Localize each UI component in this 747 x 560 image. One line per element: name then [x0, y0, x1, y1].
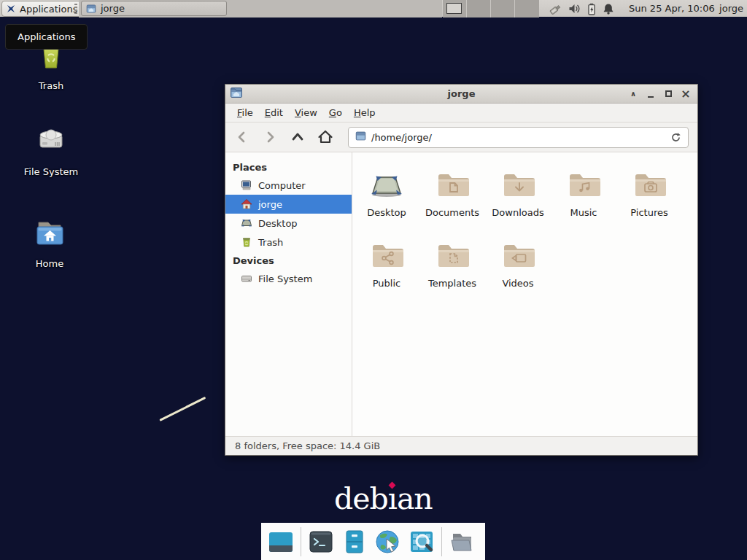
volume-icon[interactable] — [568, 3, 581, 15]
maximize-button[interactable] — [661, 87, 676, 101]
sidebar-item-desktop[interactable]: Desktop — [225, 214, 352, 233]
menu-file[interactable]: File — [231, 104, 259, 121]
web-browser-icon[interactable] — [374, 528, 402, 556]
back-button[interactable] — [234, 129, 250, 145]
app-finder-icon[interactable] — [408, 528, 436, 556]
up-button[interactable] — [290, 129, 306, 145]
file-videos[interactable]: Videos — [485, 232, 551, 303]
wordmark-i: ı — [388, 481, 397, 516]
desktop-icon-file-system[interactable]: File System — [18, 124, 85, 177]
file-documents[interactable]: Documents — [419, 161, 485, 232]
dock — [261, 523, 485, 560]
file-downloads[interactable]: Downloads — [485, 161, 551, 232]
file-templates[interactable]: Templates — [419, 232, 485, 303]
workspace-switcher — [443, 0, 539, 18]
sidebar-item-label: jorge — [258, 199, 282, 210]
pointer-trail-line — [159, 397, 206, 421]
file-manager-window: jorge ∧ × File Edit View Go Help — [225, 84, 698, 456]
notifications-icon[interactable] — [603, 3, 614, 15]
file-pictures[interactable]: Pictures — [616, 161, 682, 232]
file-label: Desktop — [367, 207, 406, 218]
panel-clock[interactable]: Sun 25 Apr, 10:06 — [629, 0, 715, 18]
hard-drive-icon — [241, 273, 252, 284]
reload-button[interactable] — [670, 132, 681, 143]
task-button-jorge[interactable]: jorge — [81, 1, 227, 16]
file-public[interactable]: Public — [354, 232, 419, 303]
documents-folder-icon — [435, 168, 470, 201]
file-label: Videos — [502, 278, 533, 289]
sidebar-item-label: File System — [258, 273, 312, 284]
workspace-2[interactable] — [467, 0, 491, 18]
folder-icon — [86, 4, 96, 14]
desktop-icon-label: Home — [36, 258, 63, 269]
shade-button[interactable]: ∧ — [626, 87, 640, 101]
music-folder-icon — [566, 168, 601, 201]
desktop-icon-home[interactable]: Home — [16, 216, 83, 269]
sidebar-item-label: Trash — [258, 237, 283, 248]
dock-separator — [301, 527, 301, 556]
show-desktop-icon[interactable] — [267, 528, 295, 556]
menu-edit[interactable]: Edit — [259, 104, 289, 121]
panel-username[interactable]: jorge — [719, 0, 743, 18]
applications-menu-button[interactable]: Applications — [1, 1, 83, 17]
pictures-folder-icon — [632, 168, 667, 201]
wordmark-text: deb — [334, 481, 388, 516]
sidebar-item-trash[interactable]: Trash — [225, 233, 352, 252]
location-text: /home/jorge/ — [371, 132, 432, 143]
file-label: Pictures — [630, 207, 667, 218]
desktop-item-icon — [369, 168, 404, 201]
file-cabinet-icon[interactable] — [341, 528, 368, 556]
statusbar: 8 folders, Free space: 14.4 GiB — [225, 436, 697, 455]
sidebar-item-computer[interactable]: Computer — [225, 176, 352, 195]
top-panel: Applications jorge — [0, 0, 747, 18]
terminal-icon[interactable] — [307, 528, 335, 556]
file-label: Public — [373, 278, 400, 289]
menu-go[interactable]: Go — [323, 104, 348, 121]
minimize-button[interactable] — [643, 87, 658, 101]
window-titlebar[interactable]: jorge ∧ × — [225, 85, 697, 104]
home-button[interactable] — [317, 129, 333, 145]
location-bar[interactable]: /home/jorge/ — [348, 127, 689, 148]
file-view: Desktop Documents — [352, 152, 697, 436]
file-label: Downloads — [492, 207, 543, 218]
debian-wordmark: debıan — [334, 481, 433, 516]
videos-folder-icon — [500, 239, 535, 271]
applications-menu-label: Applications — [20, 4, 77, 15]
file-label: Documents — [425, 207, 479, 218]
file-desktop[interactable]: Desktop — [354, 161, 419, 232]
panel-grip[interactable] — [74, 4, 77, 14]
trash-icon — [241, 236, 252, 248]
workspace-window-preview — [446, 3, 462, 14]
dock-separator — [441, 527, 442, 556]
folder-icon[interactable] — [448, 528, 476, 556]
menubar: File Edit View Go Help — [225, 104, 697, 122]
status-text: 8 folders, Free space: 14.4 GiB — [235, 440, 380, 451]
xfce-menu-icon — [6, 4, 16, 14]
applications-tooltip: Applications — [5, 24, 88, 50]
menu-view[interactable]: View — [289, 104, 323, 121]
workspace-3[interactable] — [491, 0, 515, 18]
public-folder-icon — [369, 239, 404, 271]
sidebar-item-file-system[interactable]: File System — [225, 269, 352, 288]
desktop-icon-label: Trash — [39, 80, 63, 91]
sidebar-item-jorge[interactable]: jorge — [225, 195, 352, 214]
menu-help[interactable]: Help — [348, 104, 382, 121]
computer-icon — [241, 179, 252, 191]
file-music[interactable]: Music — [551, 161, 616, 232]
sidebar-item-label: Computer — [258, 180, 306, 191]
workspace-1[interactable] — [443, 0, 467, 18]
taskbar: jorge — [79, 0, 442, 18]
desktop-screen: Trash File System Home — [0, 0, 747, 560]
hard-drive-icon — [34, 124, 69, 161]
forward-button[interactable] — [262, 129, 278, 145]
battery-icon[interactable] — [587, 3, 597, 15]
home-folder-icon — [32, 216, 67, 253]
sidebar-header-devices: Devices — [225, 252, 352, 269]
workspace-4[interactable] — [515, 0, 539, 18]
task-button-label: jorge — [101, 3, 125, 14]
network-cable-icon[interactable] — [549, 3, 562, 15]
sidebar-item-label: Desktop — [258, 218, 298, 229]
toolbar: /home/jorge/ — [225, 122, 697, 152]
sidebar-header-places: Places — [225, 158, 352, 176]
close-button[interactable]: × — [678, 87, 693, 101]
